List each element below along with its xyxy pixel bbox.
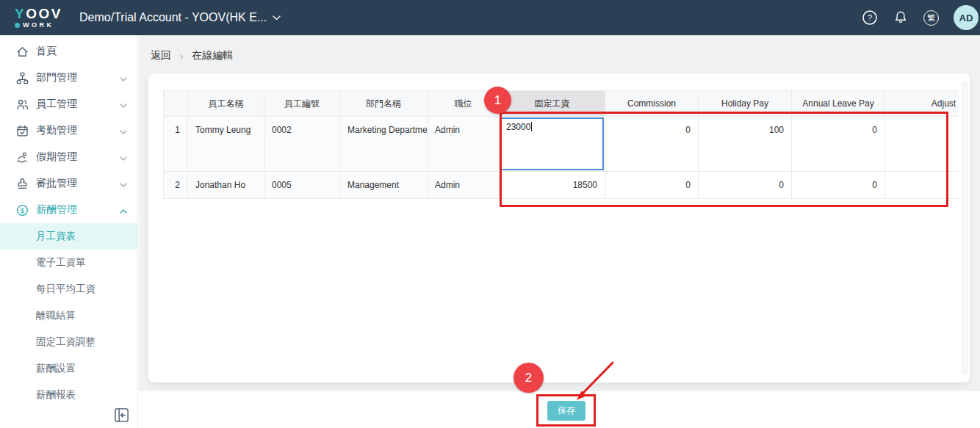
breadcrumb-current: 在線編輯 [192,49,233,62]
vacation-icon [16,151,29,164]
annotation-table-highlight [500,112,948,207]
logo-dot-icon [15,23,20,28]
cell-employee-code: 0002 [264,117,340,172]
annotation-step-2: 2 [514,363,544,393]
sidebar-item-employees[interactable]: 員工管理 [0,91,137,117]
cell-row-index: 1 [164,117,188,172]
sidebar-subitem-final-payment[interactable]: 離職結算 [0,302,137,329]
logo-oov: OOV [26,6,62,21]
people-icon [16,98,29,111]
sidebar-item-label: 首頁 [36,45,127,58]
sidebar-subitem-monthly-payroll[interactable]: 月工資表 [0,223,137,250]
chevron-down-icon [120,178,127,189]
cell-row-index: 2 [164,172,188,199]
chevron-down-icon [120,72,127,84]
chevron-down-icon [120,125,127,137]
home-icon [16,46,29,58]
breadcrumb: 返回 › 在線編輯 [151,49,233,62]
chevron-down-icon [120,98,127,110]
sidebar-item-label: 薪酬管理 [36,203,120,217]
chevron-down-icon [120,151,127,163]
cell-employee-name: Tommy Leung [188,117,264,172]
sidebar-item-label: 假期管理 [36,150,120,164]
header-employee-code: 員工編號 [264,91,340,117]
sidebar-subitem-payroll-settings[interactable]: 薪酬設置 [0,355,137,382]
sidebar-item-payroll[interactable]: $ 薪酬管理 [0,197,137,223]
avatar[interactable]: AD [954,5,979,30]
sidebar-item-departments[interactable]: 部門管理 [0,65,137,91]
svg-text:$: $ [21,206,25,214]
sidebar-item-label: 審批管理 [36,177,120,190]
language-label: 繁 [927,12,935,23]
chevron-down-icon [273,15,281,21]
main-content: 返回 › 在線編輯 員工名稱 員工編號 部門名稱 [139,35,980,428]
sidebar-item-leave[interactable]: 假期管理 [0,144,137,170]
calendar-check-icon [16,125,29,137]
language-icon[interactable]: 繁 [923,10,939,26]
breadcrumb-back-link[interactable]: 返回 [151,49,171,62]
account-title: Demo/Trial Account - YOOV(HK E... [79,11,267,24]
logo-work: WORK [23,22,54,29]
cell-department: Marketing Department [340,117,428,172]
account-switcher[interactable]: Demo/Trial Account - YOOV(HK E... [79,11,281,24]
annotation-arrow-icon [569,359,618,407]
vertical-scrollbar[interactable] [961,81,968,375]
cell-employee-name: Jonathan Ho [188,172,264,199]
sidebar-item-label: 員工管理 [36,98,120,111]
header-department-name: 部門名稱 [340,91,428,117]
sidebar-subitem-fixed-salary-adjustment[interactable]: 固定工資調整 [0,329,137,355]
org-chart-icon [16,72,29,84]
cell-employee-code: 0005 [264,172,340,199]
submenu-label: 電子工資單 [36,256,86,269]
sidebar: 首頁 部門管理 員工管理 考勤管理 假期管理 [0,35,138,428]
annotation-step-number: 1 [494,93,501,108]
notifications-bell-icon[interactable] [893,10,909,26]
header-index [164,91,188,117]
breadcrumb-separator: › [180,51,183,62]
sidebar-item-label: 考勤管理 [36,124,120,137]
annotation-step-1: 1 [484,87,511,114]
yoov-work-logo: YOOV WORK [15,7,62,29]
stamp-icon [16,178,29,190]
cell-department: Management [340,172,428,199]
submenu-label: 每日平均工資 [36,283,96,296]
cell-position: Admin [428,172,500,199]
submenu-label: 薪酬報表 [36,388,76,402]
submenu-label: 薪酬設置 [36,362,76,375]
chevron-up-icon [120,204,127,216]
sidebar-item-home[interactable]: 首頁 [0,38,137,65]
page: YOOV WORK Demo/Trial Account - YOOV(HK E… [0,0,980,428]
logo-y: Y [15,6,26,21]
submenu-label: 月工資表 [36,230,76,243]
sidebar-item-approvals[interactable]: 審批管理 [0,170,137,197]
sidebar-subitem-epayslip[interactable]: 電子工資單 [0,250,137,276]
topbar: YOOV WORK Demo/Trial Account - YOOV(HK E… [0,0,980,35]
sidebar-subitem-payroll-reports[interactable]: 薪酬報表 [0,382,137,408]
sidebar-item-attendance[interactable]: 考勤管理 [0,117,137,144]
svg-text:?: ? [868,13,872,22]
logo-text: YOOV [15,7,62,21]
help-icon[interactable]: ? [862,10,878,26]
sidebar-item-label: 部門管理 [36,71,120,84]
sidebar-collapse-icon[interactable] [112,406,130,424]
submenu-label: 離職結算 [36,309,76,322]
avatar-initials: AD [959,12,973,23]
dollar-circle-icon: $ [16,204,29,217]
cell-position: Admin [428,117,500,172]
sidebar-subitem-daily-average-wage[interactable]: 每日平均工資 [0,276,137,302]
submenu-label: 固定工資調整 [36,335,96,349]
annotation-step-number: 2 [525,371,532,385]
header-employee-name: 員工名稱 [188,91,264,117]
